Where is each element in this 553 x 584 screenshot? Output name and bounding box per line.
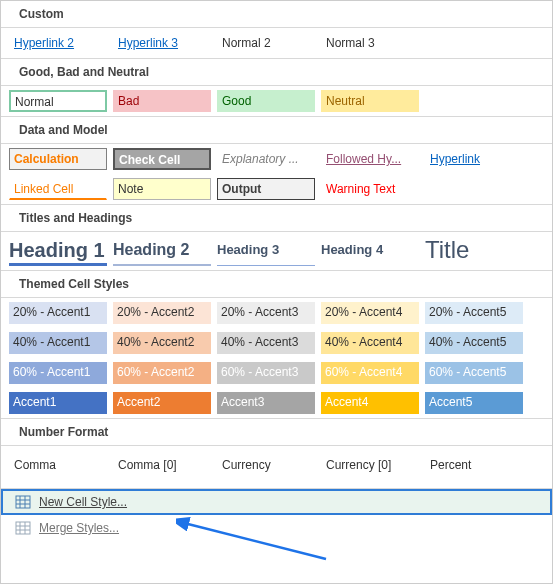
style-comma[interactable]: Comma (9, 454, 107, 476)
style-20-accent4[interactable]: 20% - Accent4 (321, 302, 419, 324)
section-header-titles: Titles and Headings (1, 204, 552, 232)
style-40-accent4[interactable]: 40% - Accent4 (321, 332, 419, 354)
number-format-row: Comma Comma [0] Currency Currency [0] Pe… (1, 446, 552, 488)
table-grid-icon (15, 494, 31, 510)
style-linked-cell[interactable]: Linked Cell (9, 178, 107, 200)
style-60-accent4[interactable]: 60% - Accent4 (321, 362, 419, 384)
style-20-accent5[interactable]: 20% - Accent5 (425, 302, 523, 324)
merge-styles-menu-item[interactable]: Merge Styles... (1, 515, 552, 541)
style-normal-2[interactable]: Normal 2 (217, 32, 315, 54)
section-header-number-format: Number Format (1, 418, 552, 446)
style-calculation[interactable]: Calculation (9, 148, 107, 170)
style-heading-4[interactable]: Heading 4 (321, 236, 419, 266)
style-currency-0[interactable]: Currency [0] (321, 454, 419, 476)
style-normal-3[interactable]: Normal 3 (321, 32, 419, 54)
style-title[interactable]: Title (425, 236, 523, 266)
style-explanatory[interactable]: Explanatory ... (217, 148, 315, 170)
svg-rect-0 (16, 496, 30, 508)
style-percent[interactable]: Percent (425, 454, 523, 476)
style-comma-0[interactable]: Comma [0] (113, 454, 211, 476)
style-60-accent2[interactable]: 60% - Accent2 (113, 362, 211, 384)
table-grid-icon (15, 520, 31, 536)
style-heading-1[interactable]: Heading 1 (9, 236, 107, 266)
style-hyperlink-3[interactable]: Hyperlink 3 (113, 32, 211, 54)
custom-row: Hyperlink 2 Hyperlink 3 Normal 2 Normal … (1, 28, 552, 58)
data-model-row-1: Calculation Check Cell Explanatory ... F… (1, 144, 552, 174)
new-cell-style-menu-item[interactable]: New Cell Style... (1, 489, 552, 515)
style-warning-text[interactable]: Warning Text (321, 178, 419, 200)
themed-row-60: 60% - Accent1 60% - Accent2 60% - Accent… (1, 358, 552, 388)
new-cell-style-label: New Cell Style... (39, 495, 127, 509)
svg-rect-5 (16, 522, 30, 534)
style-note[interactable]: Note (113, 178, 211, 200)
style-normal[interactable]: Normal (9, 90, 107, 112)
style-followed-hyperlink[interactable]: Followed Hy... (321, 148, 419, 170)
style-accent1[interactable]: Accent1 (9, 392, 107, 414)
style-accent5[interactable]: Accent5 (425, 392, 523, 414)
style-40-accent3[interactable]: 40% - Accent3 (217, 332, 315, 354)
section-header-custom: Custom (1, 1, 552, 28)
style-accent4[interactable]: Accent4 (321, 392, 419, 414)
footer-menu: New Cell Style... Merge Styles... (1, 488, 552, 541)
style-40-accent1[interactable]: 40% - Accent1 (9, 332, 107, 354)
style-accent2[interactable]: Accent2 (113, 392, 211, 414)
style-60-accent5[interactable]: 60% - Accent5 (425, 362, 523, 384)
cell-styles-gallery: Custom Hyperlink 2 Hyperlink 3 Normal 2 … (0, 0, 553, 584)
style-heading-3[interactable]: Heading 3 (217, 236, 315, 266)
style-20-accent3[interactable]: 20% - Accent3 (217, 302, 315, 324)
merge-styles-label: Merge Styles... (39, 521, 119, 535)
section-header-themed: Themed Cell Styles (1, 270, 552, 298)
themed-row-20: 20% - Accent1 20% - Accent2 20% - Accent… (1, 298, 552, 328)
style-currency[interactable]: Currency (217, 454, 315, 476)
style-check-cell[interactable]: Check Cell (113, 148, 211, 170)
style-good[interactable]: Good (217, 90, 315, 112)
themed-row-100: Accent1 Accent2 Accent3 Accent4 Accent5 (1, 388, 552, 418)
style-40-accent2[interactable]: 40% - Accent2 (113, 332, 211, 354)
section-header-data-model: Data and Model (1, 116, 552, 144)
style-20-accent2[interactable]: 20% - Accent2 (113, 302, 211, 324)
titles-row: Heading 1 Heading 2 Heading 3 Heading 4 … (1, 232, 552, 270)
style-output[interactable]: Output (217, 178, 315, 200)
style-bad[interactable]: Bad (113, 90, 211, 112)
style-40-accent5[interactable]: 40% - Accent5 (425, 332, 523, 354)
style-hyperlink-2[interactable]: Hyperlink 2 (9, 32, 107, 54)
style-60-accent3[interactable]: 60% - Accent3 (217, 362, 315, 384)
style-neutral[interactable]: Neutral (321, 90, 419, 112)
style-20-accent1[interactable]: 20% - Accent1 (9, 302, 107, 324)
section-header-gbn: Good, Bad and Neutral (1, 58, 552, 86)
style-hyperlink[interactable]: Hyperlink (425, 148, 523, 170)
style-60-accent1[interactable]: 60% - Accent1 (9, 362, 107, 384)
themed-row-40: 40% - Accent1 40% - Accent2 40% - Accent… (1, 328, 552, 358)
style-accent3[interactable]: Accent3 (217, 392, 315, 414)
gbn-row: Normal Bad Good Neutral (1, 86, 552, 116)
style-heading-2[interactable]: Heading 2 (113, 236, 211, 266)
data-model-row-2: Linked Cell Note Output Warning Text (1, 174, 552, 204)
